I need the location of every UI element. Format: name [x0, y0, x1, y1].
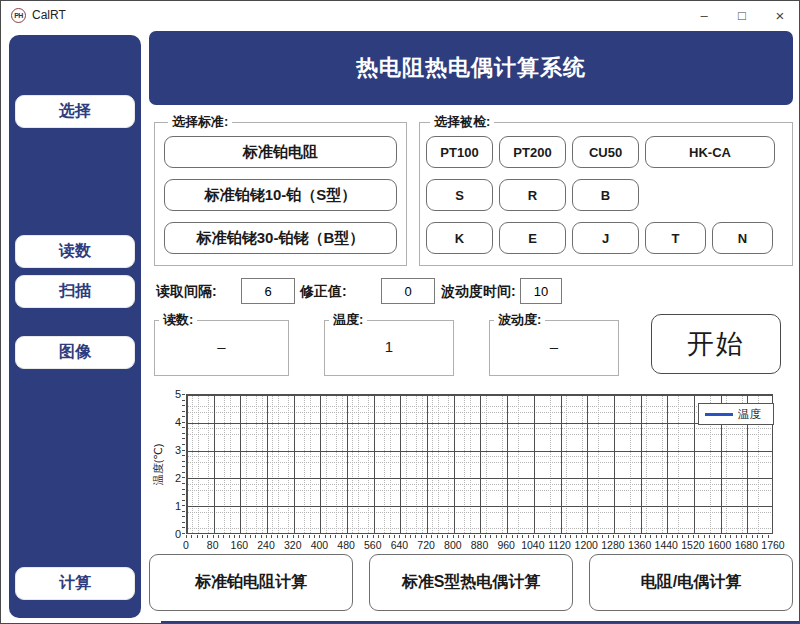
correction-label: 修正值: [300, 278, 347, 304]
y-tick-label: 0 [175, 528, 181, 540]
temperature-label: 温度: [329, 311, 367, 329]
x-tick-label: 640 [391, 539, 409, 551]
x-tick-label: 320 [284, 539, 302, 551]
x-tick-label: 1520 [681, 539, 704, 551]
fluctuation-time-input[interactable] [520, 278, 562, 304]
dut-cu50-button[interactable]: CU50 [572, 136, 639, 168]
x-axis-minor-ticks [186, 535, 773, 538]
standard-group-legend: 选择标准: [168, 113, 232, 131]
temperature-value: 1 [325, 329, 453, 363]
fluctuation-label: 波动度: [494, 311, 545, 329]
dut-j-button[interactable]: J [572, 222, 639, 254]
read-interval-label: 读取间隔: [156, 278, 217, 304]
x-tick-label: 240 [257, 539, 275, 551]
start-button[interactable]: 开始 [651, 314, 781, 374]
window-title: CalRT [32, 8, 66, 22]
standard-pt-resistance-calc-button[interactable]: 标准铂电阻计算 [149, 554, 353, 611]
sidebar-item-image[interactable]: 图像 [15, 336, 135, 369]
x-tick-label: 560 [364, 539, 382, 551]
x-tick-label: 1040 [521, 539, 544, 551]
dut-pt100-button[interactable]: PT100 [426, 136, 493, 168]
y-axis-label: 温度(℃) [152, 394, 166, 534]
sidebar-item-scan[interactable]: 扫描 [15, 275, 135, 308]
dut-group-legend: 选择被检: [430, 113, 494, 131]
dut-r-button[interactable]: R [499, 179, 566, 211]
y-tick-label: 3 [175, 444, 181, 456]
fluctuation-value: – [490, 329, 618, 363]
temperature-chart: 温度(℃) 012345 温度 080160240320400480560640… [149, 387, 793, 553]
y-tick-label: 5 [175, 388, 181, 400]
fluctuation-time-label: 波动度时间: [441, 278, 516, 304]
reading-value: – [155, 329, 288, 363]
plot-area: 温度 [186, 394, 773, 534]
x-axis-tick-labels: 0801602403204004805606407208008809601040… [186, 539, 773, 553]
legend-line-swatch [705, 413, 733, 416]
fluctuation-box: 波动度: – [489, 311, 619, 376]
resistance-thermocouple-calc-button[interactable]: 电阻/电偶计算 [589, 554, 793, 611]
y-tick-label: 1 [175, 500, 181, 512]
x-tick-label: 1360 [628, 539, 651, 551]
legend-label: 温度 [738, 407, 761, 422]
x-tick-label: 1760 [761, 539, 784, 551]
reading-box: 读数: – [154, 311, 289, 376]
y-tick-label: 2 [175, 472, 181, 484]
standard-b-type-button[interactable]: 标准铂铑30-铂铑（B型） [164, 222, 397, 254]
minimize-button[interactable]: – [685, 1, 723, 29]
chart-legend: 温度 [698, 403, 774, 425]
reading-label: 读数: [159, 311, 197, 329]
window-bottom-accent [161, 621, 799, 623]
x-tick-label: 1280 [601, 539, 624, 551]
x-tick-label: 720 [417, 539, 435, 551]
dut-pt200-button[interactable]: PT200 [499, 136, 566, 168]
x-tick-label: 1600 [708, 539, 731, 551]
dut-b-button[interactable]: B [572, 179, 639, 211]
standard-group: 选择标准: 标准铂电阻 标准铂铑10-铂（S型） 标准铂铑30-铂铑（B型） [154, 113, 407, 266]
x-tick-label: 1200 [575, 539, 598, 551]
dut-row: K E J T N [426, 222, 786, 254]
sidebar-item-calculate[interactable]: 计算 [15, 567, 135, 600]
correction-input[interactable] [381, 278, 435, 304]
x-tick-label: 0 [183, 539, 189, 551]
temperature-box: 温度: 1 [324, 311, 454, 376]
close-button[interactable]: × [761, 1, 799, 29]
x-tick-label: 880 [471, 539, 489, 551]
y-axis-tick-labels: 012345 [167, 394, 181, 534]
dut-s-button[interactable]: S [426, 179, 493, 211]
maximize-button[interactable]: □ [723, 1, 761, 29]
sidebar-item-select[interactable]: 选择 [15, 95, 135, 128]
dut-t-button[interactable]: T [645, 222, 706, 254]
read-interval-input[interactable] [241, 278, 295, 304]
x-tick-label: 1440 [655, 539, 678, 551]
dut-hk-ca-button[interactable]: HK-CA [645, 136, 775, 168]
app-window: PH CalRT – □ × 选择 读数 扫描 图像 计算 热电阻热电偶计算系统… [0, 0, 800, 624]
standard-pt-resistance-button[interactable]: 标准铂电阻 [164, 136, 397, 168]
page-title: 热电阻热电偶计算系统 [149, 31, 793, 105]
window-controls: – □ × [685, 1, 799, 29]
x-tick-label: 1680 [735, 539, 758, 551]
x-tick-label: 1120 [548, 539, 571, 551]
standard-s-thermocouple-calc-button[interactable]: 标准S型热电偶计算 [369, 554, 573, 611]
y-axis-minor-ticks [182, 394, 185, 534]
x-tick-label: 960 [497, 539, 515, 551]
standard-s-type-button[interactable]: 标准铂铑10-铂（S型） [164, 179, 397, 211]
x-tick-label: 800 [444, 539, 462, 551]
dut-group: 选择被检: PT100 PT200 CU50 HK-CA S R B K E J… [419, 113, 793, 266]
dut-e-button[interactable]: E [499, 222, 566, 254]
sidebar: 选择 读数 扫描 图像 计算 [9, 35, 141, 618]
title-bar: PH CalRT – □ × [1, 1, 799, 29]
x-tick-label: 160 [231, 539, 249, 551]
dut-row: PT100 PT200 CU50 HK-CA [426, 136, 786, 168]
app-icon: PH [11, 8, 26, 23]
dut-k-button[interactable]: K [426, 222, 493, 254]
x-tick-label: 400 [311, 539, 329, 551]
sidebar-item-reading[interactable]: 读数 [15, 235, 135, 268]
x-tick-label: 80 [207, 539, 219, 551]
x-tick-label: 480 [337, 539, 355, 551]
dut-row: S R B [426, 179, 786, 211]
dut-n-button[interactable]: N [712, 222, 773, 254]
y-tick-label: 4 [175, 416, 181, 428]
